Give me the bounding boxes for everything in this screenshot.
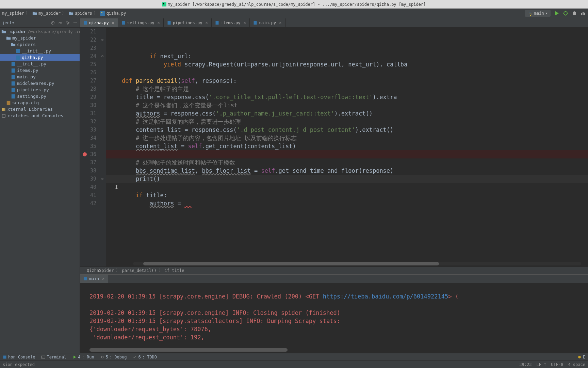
file-tab[interactable]: pipelines.py× xyxy=(164,18,212,27)
scratches[interactable]: cratches and Consoles xyxy=(0,112,80,119)
code-editor[interactable]: 2122232425262728293031323334353637383940… xyxy=(80,28,588,266)
collapse-icon[interactable] xyxy=(58,20,63,25)
svg-rect-14 xyxy=(12,68,15,72)
debug-icon[interactable] xyxy=(563,11,568,16)
terminal-icon xyxy=(41,355,45,359)
file-tab[interactable]: qizha.py● xyxy=(80,18,118,27)
debug-tab-button[interactable]: 5: Debug xyxy=(100,355,127,359)
svg-point-10 xyxy=(67,22,68,24)
svg-rect-29 xyxy=(3,355,6,358)
gear-icon[interactable] xyxy=(65,20,70,25)
url-link[interactable]: https://tieba.baidu.com/p/6014922145 xyxy=(323,293,448,300)
line-separator[interactable]: LF ‡ xyxy=(536,362,546,367)
svg-rect-13 xyxy=(12,62,15,66)
event-log-button[interactable]: E xyxy=(577,355,585,359)
run-tab[interactable]: main× xyxy=(80,275,108,283)
editor-breadcrumbs[interactable]: QizhaSpider〉 parse_detail()〉 if title xyxy=(80,266,588,274)
horizontal-scrollbar[interactable] xyxy=(89,348,585,352)
python-file-icon xyxy=(215,21,219,25)
breadcrumb[interactable]: my_spider〉 xyxy=(2,10,31,16)
editor-area: qizha.py● settings.py× pipelines.py× ite… xyxy=(80,18,588,353)
svg-rect-11 xyxy=(16,49,20,53)
svg-rect-16 xyxy=(12,81,15,85)
tree-row[interactable]: __init__.py xyxy=(0,48,80,54)
run-header: main× xyxy=(80,275,588,283)
python-icon xyxy=(527,11,533,16)
python-icon xyxy=(83,277,87,281)
svg-rect-2 xyxy=(100,11,105,16)
svg-rect-21 xyxy=(3,108,4,111)
python-file-icon xyxy=(121,21,126,25)
svg-rect-23 xyxy=(84,21,87,25)
tree-row[interactable]: main.py xyxy=(0,74,80,80)
breadcrumb[interactable]: spiders〉 xyxy=(69,10,99,16)
debug-icon xyxy=(100,355,104,359)
pycharm-icon xyxy=(162,2,166,6)
line-gutter[interactable]: 2122232425262728293031323334353637383940… xyxy=(80,28,101,266)
status-bar: sion expected 39:23 LF ‡ UTF-8 4 space xyxy=(0,361,588,368)
tree-root[interactable]: _spider/workspace/greedy_ai/nlp xyxy=(0,28,80,35)
tree-row[interactable]: middlewares.py xyxy=(0,80,80,87)
svg-rect-7 xyxy=(584,13,585,15)
tree-row[interactable]: my_spider xyxy=(0,35,80,41)
external-libraries[interactable]: xternal Libraries xyxy=(0,106,80,112)
tree-row[interactable]: settings.py xyxy=(0,93,80,99)
close-icon[interactable]: ● xyxy=(112,20,114,25)
profile-icon[interactable] xyxy=(581,11,586,16)
close-icon[interactable]: × xyxy=(205,20,208,25)
tree-row[interactable]: spiders xyxy=(0,41,80,48)
scratch-icon xyxy=(1,113,6,118)
python-console-tab[interactable]: hon Console xyxy=(3,355,35,359)
close-icon[interactable]: × xyxy=(279,20,281,25)
code-area[interactable]: if next_url: yield scrapy.Request(url=pa… xyxy=(106,28,588,266)
svg-rect-1 xyxy=(163,3,164,4)
python-file-icon xyxy=(100,11,105,16)
python-file-icon xyxy=(11,68,16,73)
python-file-icon xyxy=(11,75,16,79)
tree-row-selected[interactable]: qizha.py xyxy=(0,54,80,61)
close-icon[interactable]: × xyxy=(243,20,246,25)
indent[interactable]: 4 space xyxy=(568,362,585,367)
file-tab[interactable]: items.py× xyxy=(212,18,250,27)
file-tab[interactable]: main.py× xyxy=(250,18,285,27)
project-tree[interactable]: _spider/workspace/greedy_ai/nlp my_spide… xyxy=(0,28,80,353)
python-file-icon xyxy=(11,81,16,86)
tree-row[interactable]: __init__.py xyxy=(0,61,80,67)
tree-row[interactable]: items.py xyxy=(0,67,80,74)
svg-rect-30 xyxy=(42,356,45,358)
close-icon[interactable]: × xyxy=(102,276,104,281)
editor-tabs: qizha.py● settings.py× pipelines.py× ite… xyxy=(80,18,588,28)
terminal-tab[interactable]: Terminal xyxy=(41,355,66,359)
todo-tab-button[interactable]: 6: TODO xyxy=(133,355,157,359)
svg-rect-24 xyxy=(122,21,125,25)
horizontal-scrollbar[interactable] xyxy=(133,262,581,265)
svg-rect-12 xyxy=(16,55,20,59)
todo-icon xyxy=(133,355,137,359)
folder-icon xyxy=(32,11,37,16)
hide-icon[interactable] xyxy=(73,20,78,25)
run-tab-button[interactable]: 4: Run xyxy=(72,355,94,359)
svg-rect-17 xyxy=(12,88,15,92)
svg-rect-22 xyxy=(4,108,5,111)
caret-position[interactable]: 39:23 xyxy=(519,362,532,367)
svg-rect-20 xyxy=(2,108,3,111)
coverage-icon[interactable] xyxy=(572,11,577,16)
tree-row[interactable]: scrapy.cfg xyxy=(0,99,80,106)
svg-rect-6 xyxy=(583,12,584,15)
console-output[interactable]: 2019-02-20 01:39:15 [scrapy.core.engine]… xyxy=(80,283,588,353)
locate-icon[interactable] xyxy=(50,20,55,25)
svg-rect-25 xyxy=(167,21,170,25)
run-config-selector[interactable]: main ▾ xyxy=(525,10,551,17)
file-tab[interactable]: settings.py× xyxy=(118,18,164,27)
breadcrumb[interactable]: my_spider〉 xyxy=(32,10,67,16)
project-tool-header: ject ▾ xyxy=(0,18,80,28)
tree-row[interactable]: pipelines.py xyxy=(0,87,80,93)
close-icon[interactable]: × xyxy=(158,20,160,25)
svg-rect-0 xyxy=(162,2,166,6)
breadcrumb[interactable]: qizha.py xyxy=(100,11,126,16)
config-file-icon xyxy=(6,101,11,105)
fold-column[interactable]: ⊖⊖⊖ xyxy=(101,28,106,266)
encoding[interactable]: UTF-8 xyxy=(551,362,563,367)
svg-rect-19 xyxy=(7,101,11,105)
run-icon[interactable] xyxy=(554,11,559,16)
